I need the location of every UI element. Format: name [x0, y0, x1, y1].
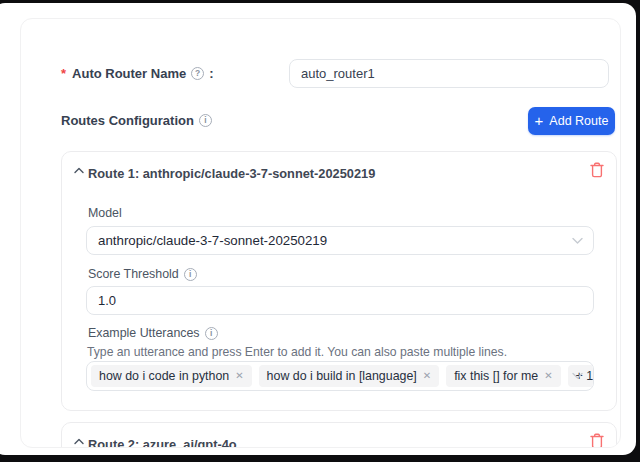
info-circle-icon: i — [184, 268, 197, 281]
collapse-chevron-up-icon[interactable] — [74, 160, 84, 178]
plus-icon: + — [535, 113, 544, 128]
utterance-tag-label: fix this [] for me — [454, 369, 538, 383]
auto-router-form-panel: * Auto Router Name ? : Routes Configurat… — [20, 18, 621, 448]
utterances-help-text: Type an utterance and press Enter to add… — [87, 345, 507, 359]
score-threshold-label-text: Score Threshold — [88, 267, 179, 281]
model-label-text: Model — [88, 206, 122, 220]
auto-router-name-label: * Auto Router Name ? : — [61, 66, 214, 81]
route-1-header[interactable]: Route 1: anthropic/claude-3-7-sonnet-202… — [62, 152, 616, 186]
info-circle-icon: i — [205, 327, 218, 340]
add-route-button[interactable]: + Add Route — [528, 107, 615, 135]
tag-close-icon[interactable]: ✕ — [235, 371, 243, 381]
route-1-card: Route 1: anthropic/claude-3-7-sonnet-202… — [61, 151, 617, 411]
tag-close-icon[interactable]: ✕ — [544, 371, 552, 381]
auto-router-name-input[interactable] — [289, 59, 609, 88]
utterance-tag-label: how do i build in [language] — [267, 369, 417, 383]
route-1-title: Route 1: anthropic/claude-3-7-sonnet-202… — [88, 166, 375, 181]
route-2-card: Route 2: azure_ai/gpt-4o — [61, 422, 617, 448]
utterance-tag: how do i code in python✕ — [91, 365, 252, 387]
utterance-tag: fix this [] for me✕ — [446, 365, 560, 387]
routes-configuration-label-text: Routes Configuration — [61, 113, 194, 128]
trash-icon — [590, 162, 604, 178]
score-threshold-label: Score Threshold i — [88, 267, 197, 281]
example-utterances-label: Example Utterances i — [88, 326, 218, 340]
info-circle-icon: i — [199, 114, 212, 127]
tag-close-icon[interactable]: ✕ — [423, 371, 431, 381]
trash-icon — [590, 433, 604, 448]
chevron-down-icon — [572, 237, 583, 244]
model-label: Model — [88, 206, 122, 220]
utterance-tags-select[interactable]: how do i code in python✕how do i build i… — [86, 361, 594, 391]
utterance-tag-label: how do i code in python — [99, 369, 229, 383]
delete-route-1-button[interactable] — [589, 162, 605, 178]
required-asterisk: * — [61, 66, 66, 81]
utterance-tag: how do i build in [language]✕ — [259, 365, 440, 387]
example-utterances-label-text: Example Utterances — [88, 326, 200, 340]
question-circle-icon: ? — [191, 67, 204, 80]
delete-route-2-button[interactable] — [589, 433, 605, 448]
collapse-chevron-up-icon[interactable] — [74, 431, 84, 448]
routes-configuration-label: Routes Configuration i — [61, 113, 212, 128]
add-route-button-label: Add Route — [549, 114, 608, 128]
route-2-title: Route 2: azure_ai/gpt-4o — [88, 437, 237, 448]
model-select-value: anthropic/claude-3-7-sonnet-20250219 — [87, 233, 327, 248]
model-select[interactable]: anthropic/claude-3-7-sonnet-20250219 — [86, 226, 594, 255]
chevron-down-icon — [572, 373, 583, 380]
auto-router-name-label-text: Auto Router Name — [72, 66, 186, 81]
label-colon: : — [209, 66, 213, 81]
score-threshold-input[interactable] — [86, 286, 594, 315]
route-2-header[interactable]: Route 2: azure_ai/gpt-4o — [62, 423, 616, 448]
